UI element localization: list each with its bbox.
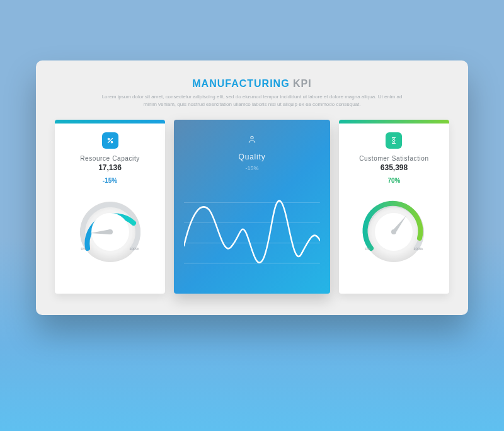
card-value: 17,136 — [98, 163, 122, 172]
title-second: KPI — [293, 78, 312, 89]
card-label: Customer Satisfaction — [359, 155, 428, 162]
svg-point-8 — [251, 136, 253, 139]
card-accent-bar — [339, 120, 449, 124]
title-first: MANUFACTURING — [192, 78, 289, 89]
card-customer-satisfaction: Customer Satisfaction 635,398 70% — [339, 120, 449, 294]
gauge-max: 100% — [413, 247, 423, 251]
card-resource-capacity: Resource Capacity 17,136 -15% — [55, 120, 165, 294]
line-chart-quality — [174, 189, 330, 284]
card-value: 635,398 — [381, 163, 408, 172]
card-percent: -15% — [103, 177, 117, 184]
gauge-ticks: 0% 100% — [72, 247, 148, 251]
gauge-max: 100% — [129, 247, 139, 251]
cards-row: Resource Capacity 17,136 -15% — [55, 120, 449, 294]
percent-icon — [102, 132, 118, 149]
card-accent-bar — [55, 120, 165, 124]
hourglass-icon — [386, 132, 402, 149]
card-quality: Quality -15% — [174, 120, 330, 294]
gauge-ticks: 0% 100% — [356, 247, 432, 251]
gauge-satisfaction: 0% 100% — [356, 193, 432, 268]
card-percent: -15% — [246, 165, 259, 171]
card-label: Quality — [239, 152, 266, 161]
dashboard-panel: MANUFACTURING KPI Lorem ipsum dolor sit … — [36, 60, 468, 315]
svg-point-1 — [108, 138, 110, 140]
gauge-min: 0% — [365, 247, 370, 251]
page-subtitle: Lorem ipsum dolor sit amet, consectetur … — [101, 93, 403, 108]
card-percent: 70% — [387, 177, 400, 184]
user-icon — [244, 131, 260, 147]
page-title: MANUFACTURING KPI — [192, 78, 311, 89]
svg-point-2 — [111, 141, 113, 143]
svg-point-17 — [391, 229, 396, 234]
card-label: Resource Capacity — [80, 155, 140, 162]
svg-point-7 — [108, 229, 113, 234]
gauge-resource: 0% 100% — [72, 193, 148, 268]
svg-line-0 — [108, 139, 112, 143]
gauge-min: 0% — [81, 247, 87, 251]
